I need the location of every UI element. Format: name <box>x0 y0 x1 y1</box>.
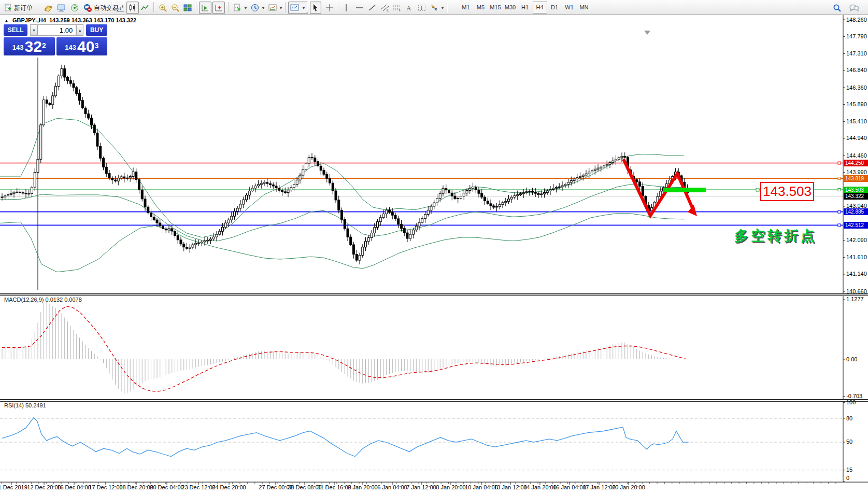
horizontal-line-icon <box>355 4 364 12</box>
timeframe-button-m1[interactable]: M1 <box>459 2 473 13</box>
signals-button[interactable] <box>68 2 81 14</box>
time-axis-label[interactable]: 20 Dec 04:00 <box>150 484 183 490</box>
chat-icon <box>849 4 859 12</box>
chart-symbol: GBPJPY-,H4 <box>12 17 46 23</box>
toolbar-separator <box>285 2 286 12</box>
buy-price-display[interactable]: 143 40 3 <box>56 37 108 55</box>
time-axis-label[interactable]: 7 Jan 12:00 <box>406 484 436 490</box>
chart-shift-marker-icon[interactable] <box>644 31 650 35</box>
timeframe-button-h1[interactable]: H1 <box>518 2 532 13</box>
zoom-in-icon <box>159 4 167 12</box>
autotrade-icon <box>83 4 92 12</box>
bollinger-bands-layer <box>0 119 684 272</box>
timeframe-button-mn[interactable]: MN <box>577 2 591 13</box>
time-axis-label[interactable]: 31 Dec 16:00 <box>317 484 351 490</box>
horizontal-line-tool[interactable] <box>353 2 366 14</box>
profiles-button[interactable]: ▼ <box>288 2 308 14</box>
cursor-icon <box>312 4 319 12</box>
chart-shift-icon <box>215 4 223 12</box>
line-chart-button[interactable] <box>139 2 151 14</box>
timeframe-button-h4[interactable]: H4 <box>533 2 547 13</box>
chart-menu-arrow-icon[interactable]: ▲ <box>4 18 9 23</box>
time-axis-label[interactable]: 16 Jan 04:00 <box>553 484 586 490</box>
time-axis-label[interactable]: 6 Jan 04:00 <box>377 484 407 490</box>
time-axis-label[interactable]: 17 Jan 12:00 <box>582 484 616 490</box>
volume-input[interactable]: 1.00 <box>37 24 76 36</box>
tile-windows-button[interactable] <box>181 2 194 14</box>
sell-price-display[interactable]: 143 32 2 <box>4 37 55 55</box>
trendline-tool[interactable] <box>366 2 378 14</box>
templates-button[interactable]: ▼ <box>266 2 285 14</box>
macd-tick-label: 1.1277 <box>846 296 864 302</box>
vertical-line-icon <box>343 4 349 12</box>
cursor-tool-button[interactable] <box>310 2 321 14</box>
time-axis-label[interactable]: 13 Jan 12:00 <box>494 484 527 490</box>
timeframe-button-m30[interactable]: M30 <box>503 2 518 13</box>
chat-button[interactable] <box>847 2 861 14</box>
time-axis-label[interactable]: 14 Jan 20:00 <box>523 484 557 490</box>
time-axis-label[interactable]: 17 Dec 12:00 <box>89 484 122 490</box>
price-tick-label: 147.310 <box>846 50 867 57</box>
time-axis-label[interactable]: 8 Jan 20:00 <box>436 484 466 490</box>
price-callout-label[interactable]: 143.503 <box>760 182 814 201</box>
timeframe-button-m15[interactable]: M15 <box>488 2 503 13</box>
market-watch-button[interactable] <box>41 2 55 14</box>
time-axis-label[interactable]: 12 Dec 20:00 <box>27 484 61 490</box>
rsi-tick-label: 0 <box>846 475 849 481</box>
time-axis-label[interactable]: 16 Dec 04:00 <box>57 484 91 490</box>
navigator-button[interactable] <box>55 2 68 14</box>
chart-canvas[interactable] <box>0 15 868 494</box>
zoom-out-icon <box>171 4 180 12</box>
time-axis-label[interactable]: 20 Jan 20:00 <box>612 484 645 490</box>
buy-button[interactable]: BUY <box>86 24 107 36</box>
time-axis-label[interactable]: 18 Dec 20:00 <box>119 484 153 490</box>
search-button[interactable] <box>831 2 844 14</box>
time-axis-label[interactable]: 10 Jan 04:00 <box>465 484 498 490</box>
price-tick-label: 140.660 <box>846 288 867 294</box>
time-axis-label[interactable]: 11 Dec 2019 <box>0 484 27 490</box>
channel-tool[interactable]: E <box>378 2 392 14</box>
price-tick-label: 144.940 <box>846 135 867 141</box>
timeframe-button-m5[interactable]: M5 <box>474 2 488 13</box>
text-tool[interactable]: A <box>403 2 415 14</box>
toolbar-separator <box>111 2 112 12</box>
time-axis-label[interactable]: 2 Jan 20:00 <box>348 484 378 490</box>
profiles-icon <box>290 4 300 12</box>
text-label-tool[interactable]: T <box>416 2 428 14</box>
chinese-note[interactable]: 多空转折点 <box>734 227 817 245</box>
tile-windows-icon <box>183 4 192 12</box>
fibonacci-tool[interactable]: F <box>391 2 404 14</box>
arrows-tool[interactable]: ▼ <box>428 2 447 14</box>
indicators-button[interactable]: ▼ <box>231 2 250 14</box>
pane-separator-rsi[interactable] <box>0 399 868 402</box>
zoom-out-button[interactable] <box>169 2 182 14</box>
time-axis-label[interactable]: 23 Dec 12:00 <box>181 484 215 490</box>
price-badge: 143.819 <box>844 175 868 182</box>
pane-separator-macd[interactable] <box>0 293 868 296</box>
chart-area[interactable]: ▲ GBPJPY-,H4 143.259 143.363 143.170 143… <box>0 15 868 494</box>
zoom-in-button[interactable] <box>156 2 169 14</box>
timeframe-button-w1[interactable]: W1 <box>562 2 577 13</box>
macd-tick-label: -0.703 <box>846 393 862 399</box>
templates-icon <box>268 4 277 12</box>
candlestick-chart-button[interactable] <box>126 2 139 14</box>
chart-shift-button[interactable] <box>212 2 225 14</box>
periods-button[interactable]: ▼ <box>249 2 267 14</box>
auto-scroll-button[interactable] <box>199 2 211 14</box>
bar-chart-button[interactable] <box>114 2 126 14</box>
timeframe-button-d1[interactable]: D1 <box>547 2 562 13</box>
volume-increase-button[interactable]: ▲ <box>76 24 83 36</box>
search-icon <box>833 4 842 12</box>
time-axis-label[interactable]: 30 Dec 08:00 <box>288 484 321 490</box>
time-axis-label[interactable]: 24 Dec 20:00 <box>212 484 246 490</box>
price-tick-label: 146.840 <box>846 67 867 73</box>
sell-button[interactable]: SELL <box>4 24 27 36</box>
price-tick-label: 141.140 <box>846 271 867 277</box>
new-order-button[interactable]: 新订单 <box>2 2 35 14</box>
crosshair-tool-button[interactable] <box>323 2 336 14</box>
macd-tick-label: 0.00 <box>846 356 857 362</box>
buy-price-big: 40 <box>77 39 94 54</box>
volume-decrease-button[interactable]: ▼ <box>30 24 37 36</box>
vertical-line-tool[interactable] <box>341 2 351 14</box>
new-order-icon <box>4 4 12 12</box>
